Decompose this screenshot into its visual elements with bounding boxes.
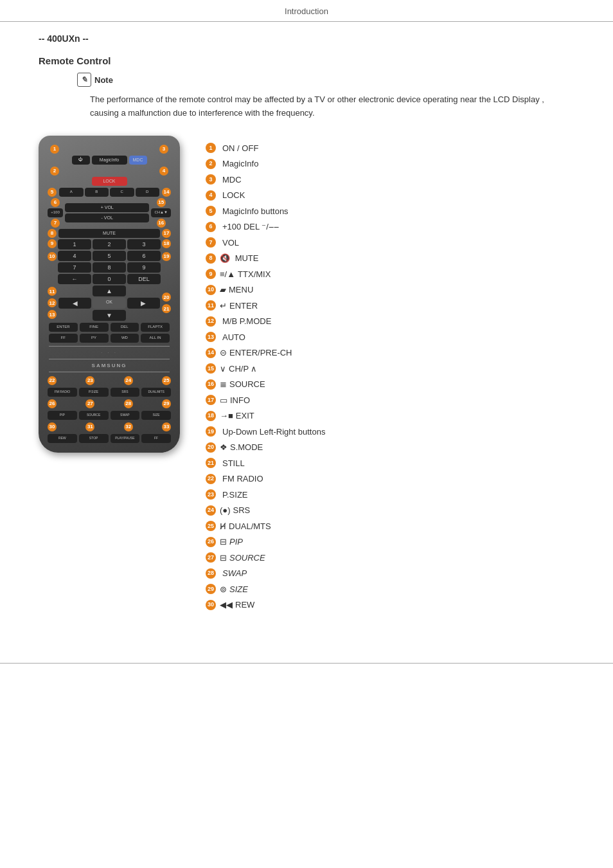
remote-btn-volup[interactable]: + VOL [65, 203, 149, 212]
list-item-12: 12M/B P.MODE [206, 315, 574, 328]
remote-btn-ext4[interactable]: FLAPTX [141, 323, 170, 332]
remote-divider [49, 346, 170, 347]
badge-22: 22 [48, 376, 57, 385]
badge-27: 27 [85, 399, 94, 408]
header-title: Introduction [285, 6, 328, 16]
remote-btn-m4[interactable]: D [136, 188, 160, 197]
item-badge-29: 29 [206, 584, 216, 594]
remote-btn-g1[interactable]: FF [49, 334, 78, 343]
badge-7: 7 [51, 219, 60, 228]
remote-swap[interactable]: SWAP [111, 411, 140, 420]
badge-31: 31 [85, 422, 94, 431]
list-item-5: 5MagicInfo buttons [206, 205, 574, 218]
item-badge-26: 26 [206, 537, 216, 547]
item-badge-10: 10 [206, 285, 216, 295]
remote-num-9[interactable]: 9 [127, 262, 161, 273]
list-item-3: 3MDC [206, 174, 574, 186]
remote-btn-g4[interactable]: ALL IN [141, 334, 170, 343]
list-item-17: 17▭ INFO [206, 394, 574, 407]
remote-num-del[interactable]: DEL [127, 274, 161, 284]
remote-pip[interactable]: PIP [48, 411, 77, 420]
remote-fmradio[interactable]: FM RADIO [48, 388, 77, 397]
remote-size[interactable]: SIZE [141, 411, 171, 420]
remote-ff[interactable]: FF [141, 434, 171, 443]
remote-btn-top2[interactable]: MagicInfo [92, 156, 127, 165]
remote-btn-g2[interactable]: PY [80, 334, 109, 343]
badge-19: 19 [162, 252, 171, 261]
badge-1: 1 [50, 145, 59, 154]
remote-btn-m1[interactable]: A [59, 188, 84, 197]
dual-icon: H̸ [220, 520, 226, 533]
badge-24: 24 [124, 376, 133, 385]
list-item-25: 25H̸ DUAL/MTS [206, 520, 574, 533]
badge-11: 11 [48, 287, 57, 296]
remote-down[interactable]: ▼ [93, 310, 125, 321]
item-badge-30: 30 [206, 600, 216, 610]
remote-bottom-row3: REW STOP PLAY/PAUSE FF [48, 434, 171, 443]
source2-icon: ⊟ [220, 552, 227, 565]
note-label: Note [94, 75, 113, 85]
remote-stop[interactable]: STOP [79, 434, 109, 443]
remote-dots: · · · [45, 350, 173, 356]
badge-3: 3 [159, 145, 168, 154]
badge-5: 5 [48, 188, 57, 197]
item-badge-7: 7 [206, 237, 216, 248]
remote-num-4[interactable]: 4 [58, 251, 91, 261]
badge-21: 21 [162, 304, 171, 313]
remote-btn-voldn[interactable]: - VOL [65, 213, 149, 222]
remote-btn-ext3[interactable]: DEL [111, 323, 139, 332]
remote-num-5[interactable]: 5 [93, 251, 126, 261]
remote-btn-ext2[interactable]: FINE [80, 323, 109, 332]
badge-20: 20 [162, 293, 171, 302]
remote-btn-mdc[interactable]: MDC [129, 156, 147, 165]
remote-btn-top1[interactable]: ⏻ [72, 156, 90, 165]
item-badge-23: 23 [206, 489, 216, 500]
remote-btn-m2[interactable]: B [85, 188, 109, 197]
remote-dual[interactable]: DUAL/MTS [141, 388, 171, 397]
remote-ok[interactable]: OK [93, 298, 125, 309]
badge-2: 2 [50, 167, 59, 176]
badge-16: 16 [157, 219, 166, 228]
remote-btn-m3[interactable]: C [110, 188, 134, 197]
remote-right[interactable]: ▶ [127, 298, 160, 309]
remote-btn-mute[interactable]: MUTE [58, 229, 160, 238]
remote-btn-100[interactable]: +100 [48, 208, 63, 217]
badge-17: 17 [162, 229, 171, 238]
list-item-21: 21STILL [206, 457, 574, 470]
remote-btn-ext1[interactable]: ENTER [49, 323, 78, 332]
remote-bottom-row1: FM RADIO P.SIZE SRS DUAL/MTS [48, 388, 171, 397]
item-badge-21: 21 [206, 458, 216, 468]
item-badge-27: 27 [206, 552, 216, 563]
remote-num-prev[interactable]: ← [58, 274, 91, 284]
remote-btn-ch[interactable]: CH▲▼ [151, 208, 171, 217]
item-badge-19: 19 [206, 426, 216, 437]
item-badge-15: 15 [206, 363, 216, 374]
remote-up[interactable]: ▲ [93, 285, 125, 296]
list-item-20: 20❖ S.MODE [206, 441, 574, 454]
remote-play[interactable]: PLAY/PAUSE [111, 434, 140, 443]
item-badge-11: 11 [206, 300, 216, 311]
badge-14: 14 [162, 188, 171, 197]
remote-num-6[interactable]: 6 [127, 251, 161, 261]
remote-num-3[interactable]: 3 [127, 239, 161, 249]
remote-num-7[interactable]: 7 [58, 262, 91, 273]
remote-num-8[interactable]: 8 [93, 262, 126, 273]
badge-9: 9 [48, 239, 57, 248]
badge-15: 15 [157, 198, 166, 207]
remote-num-1[interactable]: 1 [58, 239, 91, 249]
remote-psize[interactable]: P.SIZE [79, 388, 109, 397]
remote-btn-lock[interactable]: LOCK [92, 177, 127, 186]
remote-source[interactable]: SOURCE [79, 411, 109, 420]
badge-10: 10 [48, 252, 57, 261]
remote-btn-g3[interactable]: WD [111, 334, 139, 343]
remote-num-0[interactable]: 0 [93, 274, 126, 284]
remote-left[interactable]: ◀ [58, 298, 91, 309]
item-badge-24: 24 [206, 505, 216, 516]
item-badge-17: 17 [206, 395, 216, 405]
badge-13: 13 [48, 310, 57, 319]
remote-control: 1 3 ⏻ MagicInfo MDC 2 4 LOCK [39, 136, 180, 453]
note-row: ✎ Note [77, 73, 574, 87]
remote-srs[interactable]: SRS [111, 388, 140, 397]
remote-num-2[interactable]: 2 [93, 239, 126, 249]
remote-rew[interactable]: REW [48, 434, 77, 443]
